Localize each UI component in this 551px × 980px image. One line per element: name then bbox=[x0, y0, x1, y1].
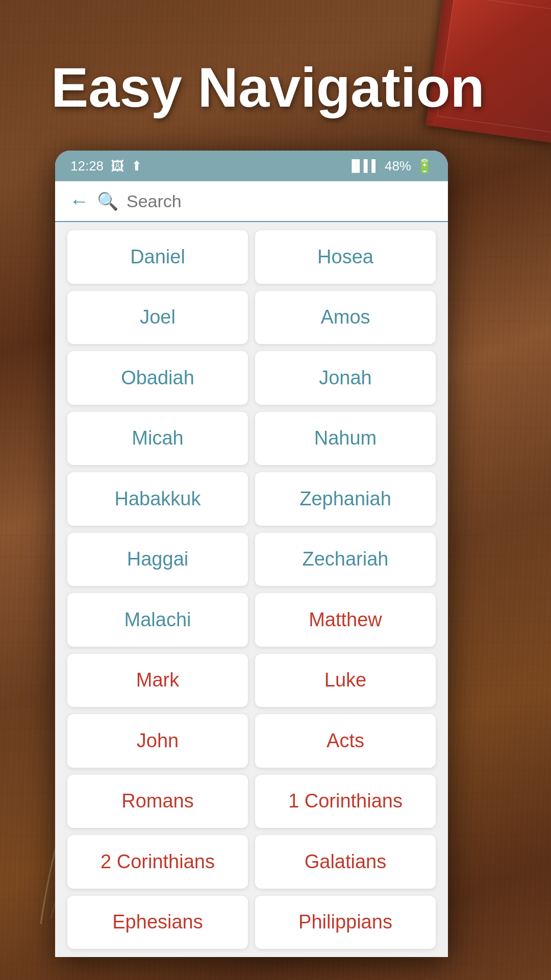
book-btn-mark[interactable]: Mark bbox=[67, 654, 248, 707]
search-bar: ← 🔍 bbox=[55, 181, 448, 222]
status-bar: 12:28 🖼 ⬆ ▐▌▌▌ 48% 🔋 bbox=[55, 151, 448, 181]
status-upload-icon: ⬆ bbox=[131, 158, 142, 174]
book-btn-malachi[interactable]: Malachi bbox=[67, 593, 248, 647]
books-grid: DanielHoseaJoelAmosObadiahJonahMicahNahu… bbox=[55, 222, 448, 957]
book-btn-zephaniah[interactable]: Zephaniah bbox=[255, 472, 436, 526]
book-btn-ephesians[interactable]: Ephesians bbox=[67, 896, 248, 949]
search-input[interactable] bbox=[127, 191, 434, 211]
book-btn-philippians[interactable]: Philippians bbox=[255, 896, 436, 949]
book-btn-habakkuk[interactable]: Habakkuk bbox=[67, 472, 248, 526]
status-photo-icon: 🖼 bbox=[111, 158, 124, 174]
book-btn-zechariah[interactable]: Zechariah bbox=[255, 533, 436, 586]
book-btn-amos[interactable]: Amos bbox=[255, 291, 436, 345]
book-btn-joel[interactable]: Joel bbox=[67, 291, 248, 345]
book-btn-john[interactable]: John bbox=[67, 714, 248, 768]
book-btn-galatians[interactable]: Galatians bbox=[255, 835, 436, 889]
book-btn-obadiah[interactable]: Obadiah bbox=[67, 351, 248, 405]
book-btn-2corinthians[interactable]: 2 Corinthians bbox=[67, 835, 248, 889]
battery-level: 48% bbox=[385, 158, 411, 174]
book-btn-1corinthians[interactable]: 1 Corinthians bbox=[255, 775, 436, 828]
status-time: 12:28 bbox=[70, 158, 104, 174]
battery-icon: 🔋 bbox=[416, 158, 433, 174]
book-btn-nahum[interactable]: Nahum bbox=[255, 412, 436, 465]
book-btn-haggai[interactable]: Haggai bbox=[67, 533, 248, 586]
book-btn-matthew[interactable]: Matthew bbox=[255, 593, 436, 647]
book-btn-jonah[interactable]: Jonah bbox=[255, 351, 436, 405]
back-button[interactable]: ← bbox=[69, 190, 89, 212]
status-right: ▐▌▌▌ 48% 🔋 bbox=[348, 158, 433, 174]
page-title: Easy Navigation bbox=[51, 56, 500, 118]
book-btn-acts[interactable]: Acts bbox=[255, 714, 436, 768]
book-btn-micah[interactable]: Micah bbox=[67, 412, 248, 465]
signal-icon: ▐▌▌▌ bbox=[348, 159, 380, 173]
status-left: 12:28 🖼 ⬆ bbox=[70, 158, 142, 174]
book-btn-daniel[interactable]: Daniel bbox=[67, 230, 248, 284]
search-icon: 🔍 bbox=[97, 191, 118, 211]
book-btn-hosea[interactable]: Hosea bbox=[255, 230, 436, 284]
phone-frame: 12:28 🖼 ⬆ ▐▌▌▌ 48% 🔋 ← 🔍 DanielHoseaJoel… bbox=[55, 151, 448, 957]
book-btn-luke[interactable]: Luke bbox=[255, 654, 436, 707]
book-btn-romans[interactable]: Romans bbox=[67, 775, 248, 828]
